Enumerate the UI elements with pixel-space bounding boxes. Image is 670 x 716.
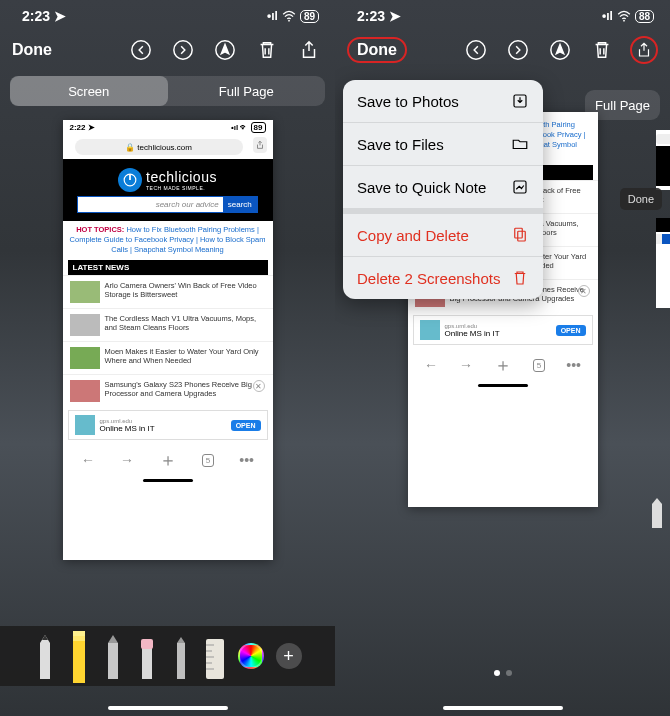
- ss-address-bar: 🔒 techlicious.com: [75, 139, 243, 155]
- highlighter-tool[interactable]: [68, 629, 90, 683]
- list-item: Moen Makes it Easier to Water Your Yard …: [63, 341, 273, 374]
- list-item: Arlo Camera Owners' Win Back of Free Vid…: [63, 275, 273, 308]
- save-to-photos-icon: [511, 92, 529, 110]
- markup-button[interactable]: [211, 36, 239, 64]
- second-pen-peek: [652, 498, 662, 528]
- back-icon: ←: [81, 452, 95, 468]
- svg-rect-10: [177, 643, 185, 679]
- quicknote-icon: [511, 178, 529, 196]
- forward-icon: →: [459, 357, 473, 373]
- markup-button[interactable]: [546, 36, 574, 64]
- markup-tool-tray: +: [0, 626, 335, 686]
- ad-close-icon: ✕: [253, 380, 265, 392]
- more-icon: •••: [566, 357, 581, 373]
- menu-save-files[interactable]: Save to Files: [343, 123, 543, 166]
- wifi-icon: [282, 10, 296, 22]
- menu-save-quicknote[interactable]: Save to Quick Note: [343, 166, 543, 214]
- view-segmented-control[interactable]: Screen Full Page: [10, 76, 325, 106]
- newtab-icon: ＋: [159, 448, 177, 472]
- ss-safari-toolbar: ← → ＋ 5 •••: [408, 348, 598, 382]
- svg-rect-6: [73, 631, 85, 636]
- svg-rect-23: [515, 228, 523, 238]
- tabs-icon: 5: [533, 359, 545, 372]
- seg-fullpage[interactable]: Full Page: [168, 76, 326, 106]
- list-item: Samsung's Galaxy S23 Phones Receive Big …: [63, 374, 273, 407]
- trash-icon: [511, 269, 529, 287]
- logo-icon: [118, 168, 142, 192]
- home-indicator[interactable]: [443, 706, 563, 710]
- add-button[interactable]: +: [276, 643, 302, 669]
- screenshot-preview[interactable]: 2:22 ➤ •ıl ᯤ 89 🔒 techlicious.com techli…: [63, 120, 273, 560]
- ad-open-button: OPEN: [231, 420, 261, 431]
- done-button[interactable]: Done: [12, 41, 52, 59]
- ad-close-icon: ✕: [578, 285, 590, 297]
- menu-copy-delete[interactable]: Copy and Delete: [343, 214, 543, 257]
- ss-site-header: techliciousTECH MADE SIMPLE. search our …: [63, 159, 273, 221]
- svg-point-18: [467, 41, 485, 59]
- ruler-tool[interactable]: [204, 633, 226, 679]
- seg-screen[interactable]: Screen: [10, 76, 168, 106]
- location-arrow-icon: ➤: [389, 8, 401, 24]
- status-bar: 2:23 ➤ •ıl 88: [335, 0, 670, 28]
- cellular-icon: •ıl: [267, 9, 278, 23]
- svg-rect-9: [141, 639, 153, 649]
- battery-icon: 89: [300, 10, 319, 23]
- battery-icon: 88: [635, 10, 654, 23]
- wifi-icon: [617, 10, 631, 22]
- tabs-icon: 5: [202, 454, 214, 467]
- pen-tool[interactable]: [34, 633, 56, 679]
- trash-button[interactable]: [253, 36, 281, 64]
- ss-search-button: search: [223, 197, 257, 212]
- ss-home-indicator: [478, 384, 528, 387]
- page-dot: [494, 670, 500, 676]
- page-dot: [506, 670, 512, 676]
- svg-rect-24: [518, 231, 526, 241]
- status-time: 2:23: [357, 8, 385, 24]
- phone-left: 2:23 ➤ •ıl 89 Done Screen Full Page 2:22…: [0, 0, 335, 716]
- status-time: 2:23: [22, 8, 50, 24]
- svg-rect-5: [73, 641, 85, 683]
- svg-point-0: [288, 20, 290, 22]
- svg-point-2: [174, 41, 192, 59]
- svg-point-17: [623, 20, 625, 22]
- share-menu: Save to Photos Save to Files Save to Qui…: [343, 80, 543, 299]
- ss-home-indicator: [143, 479, 193, 482]
- color-picker[interactable]: [238, 643, 264, 669]
- undo-button[interactable]: [127, 36, 155, 64]
- ss-statusbar: 2:22 ➤ •ıl ᯤ 89: [63, 120, 273, 135]
- eraser-tool[interactable]: [136, 633, 158, 679]
- home-indicator[interactable]: [108, 706, 228, 710]
- ss-hot-topics: HOT TOPICS: How to Fix Bluetooth Pairing…: [63, 221, 273, 258]
- share-button[interactable]: [295, 36, 323, 64]
- undo-button[interactable]: [462, 36, 490, 64]
- cellular-icon: •ıl: [602, 9, 613, 23]
- ss-share-icon: [253, 137, 267, 153]
- redo-button[interactable]: [169, 36, 197, 64]
- second-screenshot-peek: [656, 130, 670, 190]
- lock-icon: 🔒: [125, 143, 135, 152]
- svg-point-19: [509, 41, 527, 59]
- phone-right: 2:23 ➤ •ıl 88 Done Full Page HOT TOPICS:…: [335, 0, 670, 716]
- copy-delete-icon: [511, 226, 529, 244]
- markup-toolbar: Done: [335, 28, 670, 76]
- marker-tool[interactable]: [102, 633, 124, 679]
- more-icon: •••: [239, 452, 254, 468]
- folder-icon: [511, 135, 529, 153]
- done-button-highlighted[interactable]: Done: [347, 37, 407, 63]
- screenshot-canvas[interactable]: 2:22 ➤ •ıl ᯤ 89 🔒 techlicious.com techli…: [0, 120, 335, 590]
- newtab-icon: ＋: [494, 353, 512, 377]
- ss-tagline: TECH MADE SIMPLE.: [146, 185, 217, 191]
- svg-point-1: [132, 41, 150, 59]
- lasso-tool[interactable]: [170, 633, 192, 679]
- share-button-highlighted[interactable]: [630, 36, 658, 64]
- trash-button[interactable]: [588, 36, 616, 64]
- second-done-badge[interactable]: Done: [620, 188, 662, 210]
- back-icon: ←: [424, 357, 438, 373]
- location-arrow-icon: ➤: [54, 8, 66, 24]
- svg-rect-8: [142, 647, 152, 679]
- menu-delete-screenshots[interactable]: Delete 2 Screenshots: [343, 257, 543, 299]
- second-screenshot-peek-body: [656, 218, 670, 308]
- menu-save-photos[interactable]: Save to Photos: [343, 80, 543, 123]
- forward-icon: →: [120, 452, 134, 468]
- redo-button[interactable]: [504, 36, 532, 64]
